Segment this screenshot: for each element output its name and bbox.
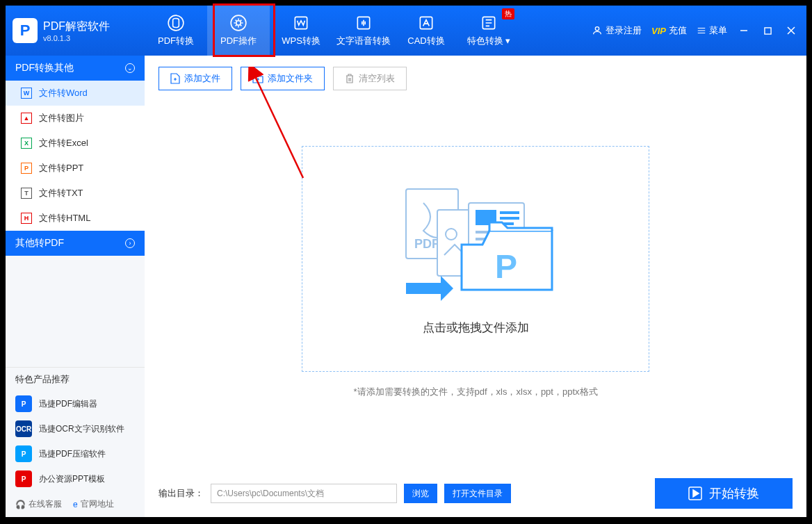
open-dir-button[interactable]: 打开文件目录 (444, 484, 511, 503)
svg-line-9 (254, 75, 303, 178)
sidebar-category-pdf-to-other[interactable]: PDF转换其他 ⌄ (6, 56, 145, 81)
online-service-link[interactable]: 🎧在线客服 (15, 498, 62, 510)
file-plus-icon (170, 73, 180, 84)
svg-rect-17 (500, 217, 519, 220)
sidebar-item-to-excel[interactable]: X文件转Excel (6, 131, 145, 156)
cad-icon (417, 14, 435, 32)
chevron-right-icon: › (125, 238, 135, 248)
app-version: v8.0.1.3 (43, 34, 110, 42)
image-icon: ▲ (21, 113, 32, 124)
sidebar-item-to-html[interactable]: H文件转HTML (6, 206, 145, 231)
wps-icon (292, 14, 310, 32)
audio-icon (355, 14, 373, 32)
globe-icon: e (73, 500, 78, 509)
minimize-icon (740, 26, 748, 35)
sidebar-item-to-ppt[interactable]: P文件转PPT (6, 156, 145, 181)
menu-icon (697, 26, 706, 35)
svg-point-7 (595, 27, 599, 31)
title-bar: P PDF解密软件 v8.0.1.3 PDF转换 PDF操作 WPS转换 文字语… (6, 6, 806, 56)
drop-text: 点击或拖拽文件添加 (423, 320, 529, 336)
excel-icon: X (21, 138, 32, 149)
drop-zone[interactable]: PDF P 点击 (302, 146, 649, 372)
promo-icon: P (15, 445, 32, 462)
hot-badge: 热 (502, 8, 514, 19)
minimize-button[interactable] (737, 24, 751, 38)
official-website-link[interactable]: e官网地址 (73, 498, 114, 510)
app-title: PDF解密软件 (43, 19, 110, 34)
gear-icon (229, 14, 247, 32)
chevron-down-icon: ⌄ (125, 63, 135, 73)
start-convert-button[interactable]: 开始转换 (655, 478, 793, 509)
trash-icon (345, 74, 355, 83)
sidebar-item-to-word[interactable]: W文件转Word (6, 81, 145, 106)
main-area: 添加文件 添加文件夹 清空列表 PDF (145, 56, 806, 517)
add-folder-button[interactable]: 添加文件夹 (241, 67, 325, 90)
nav-tab-special-convert[interactable]: 特色转换 ▾ 热 (457, 6, 520, 56)
promo-pdf-editor[interactable]: P迅捷PDF编辑器 (6, 391, 145, 416)
close-button[interactable] (784, 24, 798, 38)
output-path-input[interactable] (211, 484, 397, 503)
user-icon (592, 25, 603, 36)
login-button[interactable]: 登录注册 (592, 24, 642, 37)
special-icon (480, 14, 498, 32)
drop-graphic-icon: PDF P (385, 182, 566, 307)
nav-tab-pdf-convert[interactable]: PDF转换 (145, 6, 207, 56)
promo-icon: P (15, 395, 32, 412)
promo-title: 特色产品推荐 (6, 367, 145, 391)
vip-button[interactable]: VIP充值 (651, 24, 687, 37)
svg-text:P: P (495, 248, 517, 285)
promo-ocr[interactable]: OCR迅捷OCR文字识别软件 (6, 416, 145, 441)
output-label: 输出目录： (159, 487, 204, 500)
nav-tab-wps-convert[interactable]: WPS转换 (270, 6, 332, 56)
logo-area: P PDF解密软件 v8.0.1.3 (6, 6, 145, 56)
svg-rect-8 (764, 27, 770, 33)
folder-plus-icon (252, 74, 263, 83)
maximize-button[interactable] (761, 24, 774, 38)
promo-icon: OCR (15, 420, 32, 437)
sidebar: PDF转换其他 ⌄ W文件转Word ▲文件转图片 X文件转Excel P文件转… (6, 56, 145, 517)
nav-tab-cad-convert[interactable]: CAD转换 (395, 6, 457, 56)
app-logo-icon: P (13, 18, 38, 43)
convert-icon (167, 14, 185, 32)
top-right-controls: 登录注册 VIP充值 菜单 (592, 6, 806, 56)
drop-hint: *请添加需要转换的文件，支持pdf，xls，xlsx，ppt，pptx格式 (159, 386, 793, 398)
sidebar-item-to-txt[interactable]: T文件转TXT (6, 181, 145, 206)
word-icon: W (21, 88, 32, 99)
clear-list-button[interactable]: 清空列表 (333, 67, 407, 90)
svg-text:PDF: PDF (414, 237, 439, 251)
close-icon (787, 26, 795, 35)
promo-ppt-templates[interactable]: P办公资源PPT模板 (6, 466, 145, 491)
promo-pdf-compress[interactable]: P迅捷PDF压缩软件 (6, 441, 145, 466)
sidebar-item-to-image[interactable]: ▲文件转图片 (6, 106, 145, 131)
txt-icon: T (21, 188, 32, 199)
ppt-icon: P (21, 163, 32, 174)
sidebar-category-other-to-pdf[interactable]: 其他转PDF › (6, 231, 145, 256)
nav-tab-text-voice[interactable]: 文字语音转换 (332, 6, 395, 56)
add-file-button[interactable]: 添加文件 (159, 67, 232, 90)
svg-rect-16 (500, 211, 519, 214)
nav-tabs: PDF转换 PDF操作 WPS转换 文字语音转换 CAD转换 特色转换 ▾ (145, 6, 520, 56)
maximize-icon (764, 27, 772, 35)
browse-button[interactable]: 浏览 (404, 484, 437, 503)
svg-point-1 (231, 15, 246, 31)
play-icon (688, 486, 702, 500)
svg-rect-3 (295, 17, 307, 28)
svg-point-0 (168, 15, 184, 31)
svg-point-2 (236, 21, 241, 26)
headset-icon: 🎧 (15, 500, 26, 509)
nav-tab-pdf-operate[interactable]: PDF操作 (207, 6, 270, 56)
html-icon: H (21, 213, 32, 224)
promo-icon: P (15, 470, 32, 487)
menu-button[interactable]: 菜单 (697, 24, 727, 37)
